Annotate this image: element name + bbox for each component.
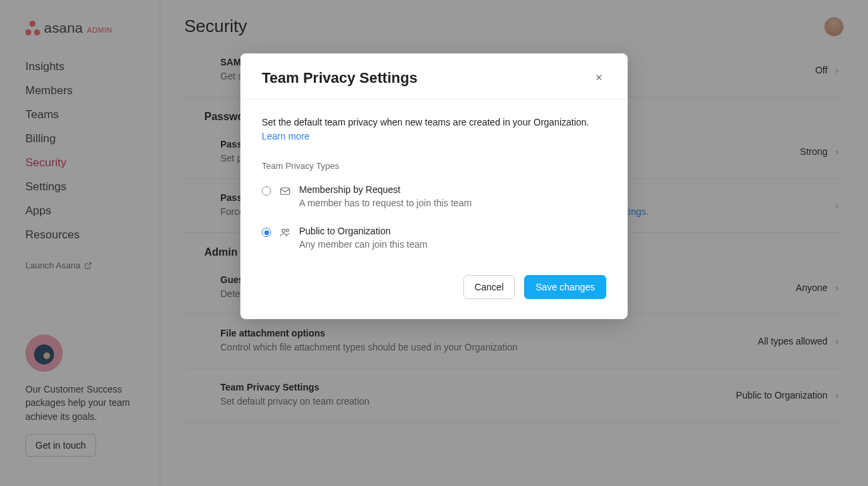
radio-checked[interactable] [262,228,271,237]
cancel-button[interactable]: Cancel [463,275,515,299]
save-changes-button[interactable]: Save changes [524,275,606,299]
svg-point-8 [286,229,289,232]
learn-more-link[interactable]: Learn more [262,131,310,142]
modal-description: Set the default team privacy when new te… [262,115,606,130]
modal-title: Team Privacy Settings [262,69,417,87]
option-public-to-organization[interactable]: Public to Organization Any member can jo… [262,222,606,263]
envelope-icon [279,185,291,197]
close-icon [594,73,604,82]
option-membership-by-request[interactable]: Membership by Request A member has to re… [262,180,606,222]
team-privacy-modal: Team Privacy Settings Set the default te… [240,53,628,319]
option-title: Membership by Request [299,184,471,195]
privacy-types-label: Team Privacy Types [262,161,606,171]
modal-overlay[interactable]: Team Privacy Settings Set the default te… [0,0,868,486]
option-title: Public to Organization [299,226,427,236]
svg-point-7 [282,229,285,232]
option-subtitle: Any member can join this team [299,239,427,250]
svg-rect-6 [280,188,290,195]
option-subtitle: A member has to request to join this tea… [299,198,471,208]
close-button[interactable] [592,70,606,87]
radio-unchecked[interactable] [262,186,271,196]
people-icon [279,226,291,238]
